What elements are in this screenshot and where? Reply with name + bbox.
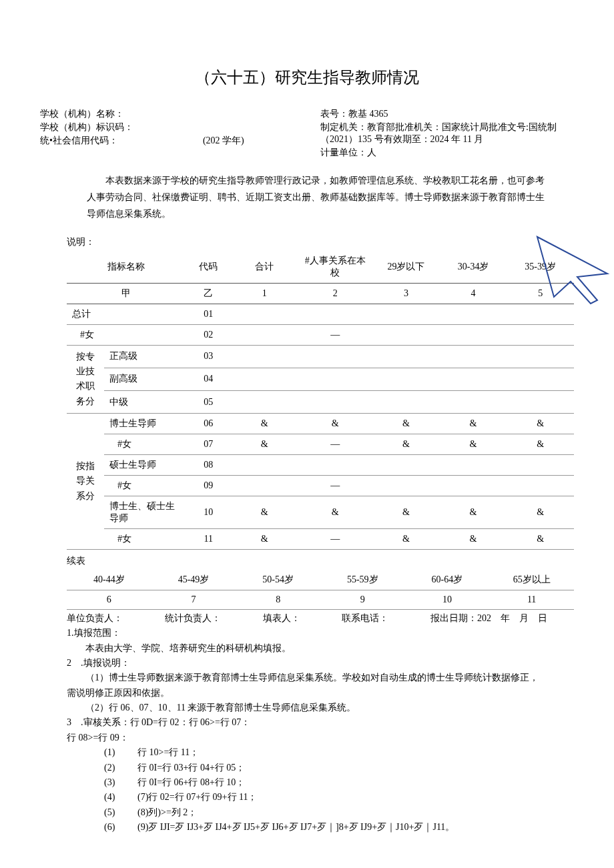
cell (440, 304, 507, 324)
cell: & (507, 496, 574, 529)
cell (231, 368, 298, 390)
cell: & (231, 529, 298, 550)
cell (372, 368, 440, 390)
table-row: 硕士生导师 08 (67, 455, 574, 476)
table-row: #女 02 — (67, 324, 574, 345)
row-label: #女 (104, 476, 186, 496)
cell (440, 368, 507, 390)
continuation-label: 续表 (67, 555, 574, 567)
meta-block: 学校（机构）名称： 学校（机构）标识码： 统•社会信用代码： (202 学年) … (40, 108, 574, 159)
row-code: 08 (186, 455, 231, 476)
cell (372, 304, 440, 324)
cell (298, 390, 372, 413)
cell (372, 455, 440, 476)
th-55: 55-59岁 (320, 570, 405, 590)
report-date: 报出日期：202 年 月 日 (430, 612, 547, 624)
cell (372, 476, 440, 496)
row-label: 中级 (104, 390, 186, 413)
cell (298, 304, 372, 324)
academic-year: (202 学年) (203, 135, 244, 145)
cell: & (507, 434, 574, 455)
note-3-extra: 行 08>=行 09： (67, 731, 547, 745)
cell: & (440, 529, 507, 550)
th-65: 65岁以上 (489, 570, 574, 590)
note-list-item: (4)(7)行 02=行 07+行 09+行 11； (67, 790, 547, 805)
th-50: 50-54岁 (236, 570, 320, 590)
row-code: 10 (186, 496, 231, 529)
cell (231, 476, 298, 496)
row-code: 07 (186, 434, 231, 455)
cell (231, 304, 298, 324)
group-label: 按指导关系分 (67, 414, 104, 550)
th-c8: 8 (236, 590, 320, 610)
note-2-1: （1）博士生导师数据来源于教育部博士生导师信息采集系统。学校如对自动生成的博士生… (67, 671, 547, 701)
form-number: 表号：教基 4365 (320, 108, 574, 120)
table-row: 总计 01 (67, 304, 574, 324)
cell (440, 345, 507, 368)
cont-num-row: 6 7 8 9 10 11 (67, 590, 574, 610)
th-45: 45-49岁 (151, 570, 236, 590)
cell: — (298, 476, 372, 496)
row-code: 02 (186, 324, 231, 345)
row-label: 博士生导师 (104, 414, 186, 434)
note-list-item: (2)行 0I=行 03+行 04+行 05； (67, 761, 547, 775)
cell: & (507, 529, 574, 550)
th-c9: 9 (320, 590, 405, 610)
cell: — (298, 324, 372, 345)
row-label: 博士生、硕士生导师 (104, 496, 186, 529)
cell (440, 324, 507, 345)
th-yi: 乙 (186, 283, 231, 304)
filler: 填表人： (263, 612, 300, 624)
school-code-label: 学校（机构）标识码： (40, 121, 244, 133)
th-c10: 10 (405, 590, 490, 610)
cell: & (231, 414, 298, 434)
th-29: 29岁以下 (372, 251, 440, 284)
cell: & (372, 434, 440, 455)
th-name: 指标名称 (67, 251, 186, 284)
credit-code-label: 统•社会信用代码： (202 学年) (40, 135, 244, 147)
cell: & (231, 496, 298, 529)
row-label: 硕士生导师 (104, 455, 186, 476)
group-label: 按专业技术职务分 (67, 345, 104, 414)
measure-unit: 计量单位：人 (320, 147, 574, 159)
cell (507, 324, 574, 345)
cell (507, 476, 574, 496)
cell (298, 368, 372, 390)
cell: & (298, 496, 372, 529)
note-1-title: 1.填报范围： (67, 626, 547, 640)
row-code: 06 (186, 414, 231, 434)
cont-header-row: 40-44岁 45-49岁 50-54岁 55-59岁 60-64岁 65岁以上 (67, 570, 574, 590)
note-2-title: 2 .填报说明： (67, 656, 547, 671)
cell (298, 345, 372, 368)
row-label: 正高级 (104, 345, 186, 368)
table-row: 副高级 04 (67, 368, 574, 390)
cell (372, 390, 440, 413)
cell (231, 455, 298, 476)
th-35: 35-39岁 (507, 251, 574, 284)
cell (372, 324, 440, 345)
cell (231, 345, 298, 368)
school-name-label: 学校（机构）名称： (40, 108, 244, 120)
cell: & (372, 496, 440, 529)
th-jia: 甲 (67, 283, 186, 304)
cell (440, 476, 507, 496)
note-list-item: (1)行 10>=行 11； (67, 745, 547, 760)
table-row: 中级 05 (67, 390, 574, 413)
meta-right: 表号：教基 4365 制定机关：教育部批准机关：国家统计局批准文号:国统制（20… (320, 108, 574, 159)
cell: & (440, 434, 507, 455)
th-c3: 3 (372, 283, 440, 304)
th-c5: 5 (507, 283, 574, 304)
row-code: 01 (186, 304, 231, 324)
cell: & (372, 529, 440, 550)
th-c6: 6 (67, 590, 151, 610)
table-row: #女 07 & — & & & (67, 434, 574, 455)
row-code: 03 (186, 345, 231, 368)
continuation-table: 40-44岁 45-49岁 50-54岁 55-59岁 60-64岁 65岁以上… (67, 570, 574, 610)
th-c1: 1 (231, 283, 298, 304)
cell (231, 390, 298, 413)
source-note: 本表数据来源于学校的研究生指导教师管理行政记录，如教师管理信息系统、学校教职工花… (87, 172, 547, 223)
cell (507, 455, 574, 476)
table-row: 按指导关系分 博士生导师 06 & & & & & (67, 414, 574, 434)
header-row-2: 甲 乙 1 2 3 4 5 (67, 283, 574, 304)
th-30: 30-34岁 (440, 251, 507, 284)
